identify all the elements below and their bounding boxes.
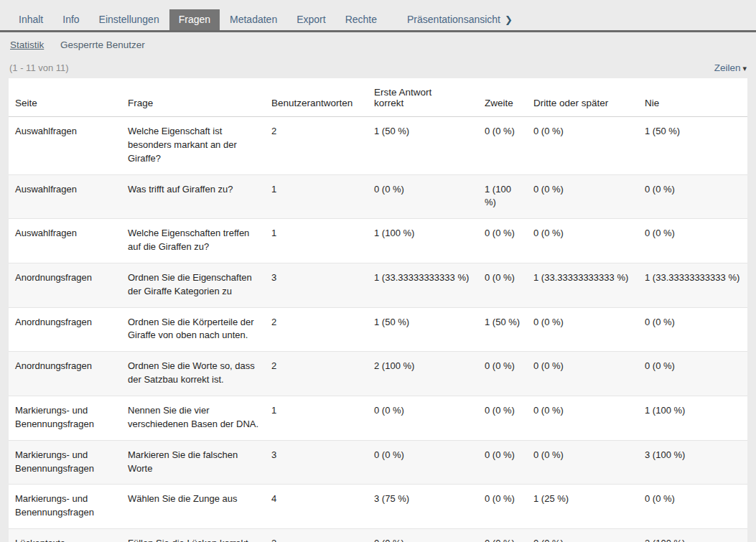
cell-frage: Welche Eigenschaft ist besonders markant… (122, 117, 266, 175)
main-tab-bar: Inhalt Info Einstellungen Fragen Metadat… (0, 0, 756, 32)
cell-nie: 0 (0 %) (639, 352, 747, 396)
cell-seite: Auswahlfragen (9, 219, 122, 263)
column-header-seite: Seite (9, 78, 122, 117)
presentation-view-label: Präsentationsansicht (407, 14, 500, 25)
cell-erste-antwort-korrekt: 1 (100 %) (368, 219, 479, 263)
cell-seite: Markierungs- und Benennungsfragen (9, 396, 122, 440)
tab-metadaten[interactable]: Metadaten (220, 9, 286, 30)
cell-nie: 0 (0 %) (639, 219, 747, 263)
cell-nie: 0 (0 %) (639, 307, 747, 352)
column-header-frage: Frage (122, 78, 266, 117)
cell-nie: 1 (100 %) (639, 396, 747, 440)
cell-frage: Wählen Sie die Zunge aus (122, 485, 266, 529)
cell-nie: 1 (33.33333333333 %) (639, 263, 747, 307)
table-body: AuswahlfragenWelche Eigenschaft ist beso… (9, 117, 747, 542)
tab-rechte[interactable]: Rechte (336, 9, 386, 30)
cell-dritte-oder-spaeter: 0 (0 %) (528, 174, 639, 219)
presentation-view-link[interactable]: Präsentationsansicht ❯ (398, 9, 522, 30)
cell-dritte-oder-spaeter: 1 (25 %) (528, 485, 639, 529)
cell-seite: Anordnungsfragen (9, 307, 122, 352)
cell-zweite: 1 (100 %) (479, 174, 528, 219)
cell-frage: Markieren Sie die falschen Worte (122, 440, 266, 485)
cell-benutzerantworten: 2 (266, 307, 368, 352)
cell-erste-antwort-korrekt: 2 (100 %) (368, 352, 479, 396)
cell-zweite: 0 (0 %) (479, 117, 528, 175)
cell-zweite: 0 (0 %) (479, 440, 528, 485)
cell-benutzerantworten: 1 (266, 396, 368, 440)
cell-dritte-oder-spaeter: 1 (33.33333333333 %) (528, 263, 639, 307)
cell-zweite: 0 (0 %) (479, 485, 528, 529)
cell-zweite: 0 (0 %) (479, 352, 528, 396)
cell-nie: 0 (0 %) (639, 485, 747, 529)
sub-tab-bar: Statistik Gesperrte Benutzer (0, 32, 756, 50)
table-row: AnordnungsfragenOrdnen Sie die Worte so,… (9, 352, 747, 396)
cell-frage: Ordnen Sie die Worte so, dass der Satzba… (122, 352, 266, 396)
cell-erste-antwort-korrekt: 3 (75 %) (368, 485, 479, 529)
chevron-down-icon: ▾ (742, 64, 747, 73)
table-row: AnordnungsfragenOrdnen Sie die Eigenscha… (9, 263, 747, 307)
rows-dropdown[interactable]: Zeilen▾ (714, 62, 747, 73)
rows-dropdown-label: Zeilen (714, 62, 741, 73)
tab-einstellungen[interactable]: Einstellungen (90, 9, 169, 30)
chevron-right-icon: ❯ (505, 14, 513, 25)
cell-seite: Auswahlfragen (9, 174, 122, 219)
column-header-dritte-oder-spaeter: Dritte oder später (528, 78, 639, 117)
cell-seite: Auswahlfragen (9, 117, 122, 175)
cell-seite: Anordnungsfragen (9, 263, 122, 307)
cell-benutzerantworten: 3 (266, 529, 368, 542)
table-row: Markierungs- und BenennungsfragenNennen … (9, 396, 747, 440)
cell-zweite: 0 (0 %) (479, 529, 528, 542)
cell-frage: Nennen Sie die vier verschiedenen Basen … (122, 396, 266, 440)
table-row: AnordnungsfragenOrdnen Sie die Körpertei… (9, 307, 747, 352)
cell-dritte-oder-spaeter: 0 (0 %) (528, 117, 639, 175)
cell-dritte-oder-spaeter: 0 (0 %) (528, 352, 639, 396)
tab-inhalt[interactable]: Inhalt (9, 9, 52, 30)
column-header-erste-antwort-korrekt: Erste Antwort korrekt (368, 78, 479, 117)
cell-benutzerantworten: 1 (266, 219, 368, 263)
cell-frage: Was trifft auf Giraffen zu? (122, 174, 266, 219)
column-header-zweite: Zweite (479, 78, 528, 117)
cell-zweite: 0 (0 %) (479, 263, 528, 307)
cell-dritte-oder-spaeter: 0 (0 %) (528, 440, 639, 485)
cell-erste-antwort-korrekt: 1 (33.33333333333 %) (368, 263, 479, 307)
cell-frage: Füllen Sie die Lücken korrekt (122, 529, 266, 542)
cell-zweite: 1 (50 %) (479, 307, 528, 352)
cell-frage: Welche Eigenschaften treffen auf die Gir… (122, 219, 266, 263)
table-row: AuswahlfragenWas trifft auf Giraffen zu?… (9, 174, 747, 219)
cell-nie: 3 (100 %) (639, 529, 747, 542)
table-row: AuswahlfragenWelche Eigenschaft ist beso… (9, 117, 747, 175)
cell-seite: Anordnungsfragen (9, 352, 122, 396)
pagination-info-top: (1 - 11 von 11) (9, 62, 69, 73)
cell-nie: 3 (100 %) (639, 440, 747, 485)
cell-benutzerantworten: 3 (266, 263, 368, 307)
cell-benutzerantworten: 2 (266, 117, 368, 175)
cell-erste-antwort-korrekt: 0 (0 %) (368, 174, 479, 219)
statistics-table: Seite Frage Benutzerantworten Erste Antw… (9, 78, 747, 542)
subtab-gesperrte-benutzer[interactable]: Gesperrte Benutzer (60, 39, 145, 50)
cell-nie: 1 (50 %) (639, 117, 747, 175)
table-row: LückentexteFüllen Sie die Lücken korrekt… (9, 529, 747, 542)
cell-seite: Lückentexte (9, 529, 122, 542)
cell-frage: Ordnen Sie die Körperteile der Giraffe v… (122, 307, 266, 352)
cell-erste-antwort-korrekt: 1 (50 %) (368, 117, 479, 175)
cell-erste-antwort-korrekt: 1 (50 %) (368, 307, 479, 352)
cell-dritte-oder-spaeter: 0 (0 %) (528, 396, 639, 440)
subtab-statistik[interactable]: Statistik (10, 39, 44, 50)
cell-benutzerantworten: 1 (266, 174, 368, 219)
column-header-erste-label: Erste Antwort korrekt (374, 87, 446, 108)
tab-info[interactable]: Info (53, 9, 88, 30)
column-header-benutzerantworten: Benutzerantworten (266, 78, 368, 117)
cell-nie: 0 (0 %) (639, 174, 747, 219)
cell-benutzerantworten: 3 (266, 440, 368, 485)
tab-fragen[interactable]: Fragen (169, 9, 220, 30)
tab-export[interactable]: Export (287, 9, 335, 30)
table-row: Markierungs- und BenennungsfragenMarkier… (9, 440, 747, 485)
cell-erste-antwort-korrekt: 0 (0 %) (368, 440, 479, 485)
cell-dritte-oder-spaeter: 0 (0 %) (528, 529, 639, 542)
cell-frage: Ordnen Sie die Eigenschaften der Giraffe… (122, 263, 266, 307)
cell-dritte-oder-spaeter: 0 (0 %) (528, 307, 639, 352)
table-row: Markierungs- und BenennungsfragenWählen … (9, 485, 747, 529)
table-row: AuswahlfragenWelche Eigenschaften treffe… (9, 219, 747, 263)
cell-dritte-oder-spaeter: 0 (0 %) (528, 219, 639, 263)
cell-zweite: 0 (0 %) (479, 396, 528, 440)
